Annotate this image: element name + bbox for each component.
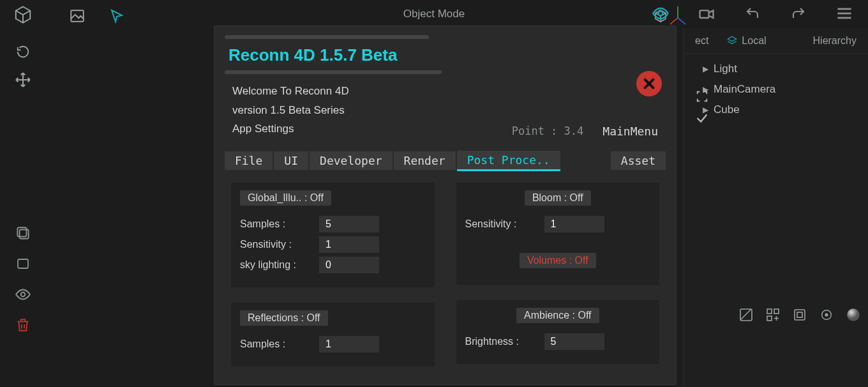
card-ambience: Ambience : Off Brightness : (456, 300, 660, 364)
redo-icon[interactable] (789, 4, 808, 23)
app-root: Object Mode ect Local Hier (0, 0, 868, 387)
tab-postproc[interactable]: Post Proce.. (457, 151, 560, 171)
right-bottom-icons (738, 307, 862, 323)
bloom-toggle[interactable]: Bloom : Off (525, 190, 591, 206)
ambience-brightness-input[interactable] (544, 333, 604, 350)
dialog-welcome1: Welcome To Reconn 4D (214, 80, 676, 100)
right-mid-icons (695, 89, 709, 125)
camera-icon[interactable] (697, 4, 716, 23)
right-tabs: ect Local Hierarchy (684, 28, 868, 54)
svg-rect-18 (767, 316, 772, 321)
target-icon[interactable] (818, 307, 835, 323)
check-icon[interactable] (695, 111, 709, 125)
volumes-toggle[interactable]: Volumes : Off (520, 253, 596, 268)
card-bloom: Bloom : Off Sensitivity : Volumes : Off (456, 183, 660, 285)
hierarchy-item[interactable]: ▶Cube (684, 100, 868, 120)
reflections-samples-label: Samples : (240, 338, 310, 350)
undo-icon[interactable] (743, 4, 762, 23)
gi-sensitivity-input[interactable] (319, 236, 379, 253)
svg-rect-20 (797, 312, 802, 317)
point-label: Point : 3.4 (512, 125, 584, 137)
settings-dialog: Reconn 4D 1.5.7 Beta Welcome To Reconn 4… (214, 26, 677, 385)
gi-samples-input[interactable] (319, 216, 379, 232)
focus-icon[interactable] (695, 89, 709, 103)
mainmenu-button[interactable]: MainMenu (597, 122, 663, 140)
close-button[interactable] (636, 71, 662, 96)
eye-icon[interactable] (651, 4, 670, 23)
tab-local-label: Local (742, 35, 766, 47)
top-right-icons (645, 4, 860, 23)
hierarchy-label: Cube (714, 103, 740, 116)
dialog-scrollbar-sub[interactable] (225, 70, 442, 74)
tab-render[interactable]: Render (394, 151, 456, 170)
move-icon[interactable] (12, 69, 34, 91)
svg-point-23 (847, 308, 860, 321)
tab-developer[interactable]: Developer (310, 151, 393, 170)
menu-icon[interactable] (835, 4, 854, 23)
svg-rect-11 (18, 259, 28, 268)
card-reflections: Reflections : Off Samples : (231, 303, 435, 367)
layers-icon (726, 35, 738, 47)
mode-label: Object Mode (403, 8, 465, 20)
duplicate-icon[interactable] (12, 222, 34, 244)
visibility-icon[interactable] (12, 284, 34, 305)
sphere-icon[interactable] (845, 307, 862, 323)
top-bar: Object Mode (0, 0, 868, 28)
svg-rect-16 (767, 309, 772, 314)
tab-file[interactable]: File (225, 151, 273, 170)
tab-select[interactable]: ect (689, 33, 715, 49)
svg-rect-19 (795, 310, 805, 320)
image-icon[interactable] (68, 6, 87, 26)
svg-rect-17 (774, 309, 779, 314)
cube-icon[interactable] (12, 4, 34, 26)
bloom-sensitivity-input[interactable] (544, 216, 604, 232)
hierarchy-label: Light (714, 63, 737, 75)
dialog-scrollbar-top[interactable] (225, 35, 429, 39)
expand-icon: ▶ (703, 64, 708, 73)
hierarchy-item[interactable]: ▶Light (684, 59, 868, 79)
ambience-brightness-label: Brightness : (465, 336, 535, 347)
ambience-toggle[interactable]: Ambience : Off (516, 308, 599, 323)
dialog-title: Reconn 4D 1.5.7 Beta (214, 45, 676, 69)
card-global-illumination: Global_Illu.. : Off Samples : Sensitivit… (231, 183, 435, 287)
tab-hierarchy[interactable]: Hierarchy (807, 33, 863, 49)
tab-ui[interactable]: UI (274, 151, 308, 170)
trash-icon[interactable] (12, 314, 34, 336)
gi-toggle[interactable]: Global_Illu.. : Off (240, 190, 331, 206)
dialog-panels: Global_Illu.. : Off Samples : Sensitivit… (214, 178, 676, 372)
svg-point-12 (21, 292, 26, 297)
gi-sky-label: sky lighting : (240, 259, 310, 271)
material-icon[interactable] (738, 307, 754, 323)
tab-asset[interactable]: Asset (611, 151, 666, 170)
gi-samples-label: Samples : (240, 218, 310, 230)
svg-rect-5 (700, 10, 709, 18)
svg-rect-10 (17, 227, 26, 236)
right-panel: ect Local Hierarchy ▶Light ▶MainCamera ▶… (683, 28, 868, 387)
dialog-tabs: File UI Developer Render Post Proce.. As… (214, 142, 676, 178)
dialog-col-left: Global_Illu.. : Off Samples : Sensitivit… (231, 183, 435, 367)
grid-add-icon[interactable] (765, 307, 781, 323)
hierarchy-label: MainCamera (714, 83, 775, 96)
reflections-samples-input[interactable] (319, 336, 379, 353)
rectangle-icon[interactable] (12, 253, 34, 275)
hierarchy-item[interactable]: ▶MainCamera (684, 79, 868, 100)
gi-sky-input[interactable] (319, 257, 379, 273)
cursor-icon[interactable] (107, 6, 126, 26)
left-toolbar-bottom (6, 222, 40, 336)
svg-point-4 (659, 11, 663, 16)
gi-sensitivity-label: Sensitivity : (240, 239, 310, 250)
refresh-icon[interactable] (12, 41, 34, 63)
dialog-welcome2: version 1.5 Beta Series (214, 100, 676, 119)
tab-local[interactable]: Local (720, 33, 772, 49)
svg-rect-9 (20, 230, 29, 239)
reflections-toggle[interactable]: Reflections : Off (240, 310, 328, 326)
dialog-col-right: Bloom : Off Sensitivity : Volumes : Off … (456, 183, 660, 367)
box-icon[interactable] (791, 307, 808, 323)
hierarchy-list: ▶Light ▶MainCamera ▶Cube (684, 54, 868, 125)
bloom-sensitivity-label: Sensitivity : (465, 218, 535, 230)
left-toolbar (6, 4, 40, 91)
svg-point-22 (825, 314, 828, 316)
